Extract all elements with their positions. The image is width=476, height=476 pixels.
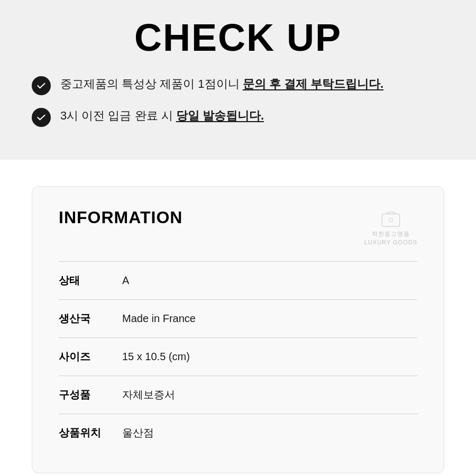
table-row: 사이즈 15 x 10.5 (cm) <box>59 337 417 376</box>
row-value-location: 울산점 <box>122 426 154 440</box>
brand-logo-icon <box>378 208 404 229</box>
checkmark-icon-2 <box>32 108 51 127</box>
check-item-2: 3시 이전 입금 완료 시 당일 발송됩니다. <box>32 107 444 127</box>
table-row: 생산국 Made in France <box>59 299 417 337</box>
row-label-size: 사이즈 <box>59 350 122 364</box>
top-section: CHECK UP 중고제품의 특성상 제품이 1점이니 문의 후 결제 부탁드립… <box>0 0 476 160</box>
row-value-components: 자체보증서 <box>122 388 175 402</box>
check-text-1: 중고제품의 특성상 제품이 1점이니 문의 후 결제 부탁드립니다. <box>60 75 383 93</box>
row-label-location: 상품위치 <box>59 426 122 440</box>
svg-point-1 <box>389 218 393 222</box>
check-text-2: 3시 이전 입금 완료 시 당일 발송됩니다. <box>60 107 264 124</box>
table-row: 상품위치 울산점 <box>59 414 417 452</box>
info-card: INFORMATION 착한중고명품 LUXURY GOODS 상태 A 생산국… <box>32 186 444 473</box>
row-value-size: 15 x 10.5 (cm) <box>122 351 190 363</box>
info-header: INFORMATION 착한중고명품 LUXURY GOODS <box>59 208 417 245</box>
brand-subtitle: LUXURY GOODS <box>364 239 417 245</box>
row-label-components: 구성품 <box>59 388 122 402</box>
row-label-status: 상태 <box>59 273 122 288</box>
brand-logo: 착한중고명품 LUXURY GOODS <box>364 208 417 245</box>
check-item-1: 중고제품의 특성상 제품이 1점이니 문의 후 결제 부탁드립니다. <box>32 75 444 95</box>
table-row: 구성품 자체보증서 <box>59 376 417 414</box>
info-title: INFORMATION <box>59 208 182 227</box>
row-value-origin: Made in France <box>122 313 196 325</box>
checkmark-icon-1 <box>32 76 51 95</box>
table-row: 상태 A <box>59 261 417 299</box>
row-label-origin: 생산국 <box>59 312 122 326</box>
bottom-section: INFORMATION 착한중고명품 LUXURY GOODS 상태 A 생산국… <box>0 160 476 476</box>
row-value-status: A <box>122 274 129 287</box>
info-table: 상태 A 생산국 Made in France 사이즈 15 x 10.5 (c… <box>59 261 417 452</box>
svg-rect-0 <box>382 214 399 226</box>
brand-name: 착한중고명품 <box>372 230 410 238</box>
page-title: CHECK UP <box>32 11 444 75</box>
